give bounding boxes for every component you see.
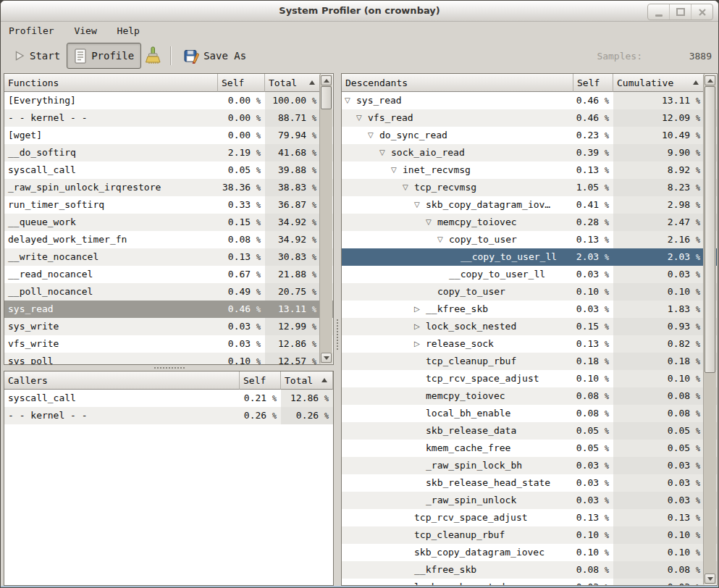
expander-closed-icon[interactable]: ▷ (414, 301, 426, 318)
descendants-row[interactable]: ▽skb_copy_datagram_iov…0.41 %2.98 % (342, 196, 717, 214)
name-cell: ▽inet_recvmsg (342, 161, 573, 179)
expander-open-icon[interactable]: ▽ (414, 196, 426, 214)
functions-column-header[interactable]: Functions (4, 74, 218, 92)
descendants-row[interactable]: lock_sock_nested0.03 %0.03 % (342, 579, 717, 586)
functions-row[interactable]: - - kernel - -0.00 %88.71 % (4, 109, 333, 127)
descendants-row[interactable]: tcp_rcv_space_adjust0.10 %0.10 % (342, 370, 717, 387)
descendants-row[interactable]: tcp_rcv_space_adjust0.13 %0.13 % (342, 509, 717, 526)
descendants-row[interactable]: ▷lock_sock_nested0.15 %0.93 % (342, 318, 717, 335)
function-name: memcpy_toiovec (437, 214, 517, 231)
descendants-row[interactable]: ▷release_sock0.13 %0.82 % (342, 335, 717, 353)
descendants-row[interactable]: kmem_cache_free0.05 %0.05 % (342, 440, 717, 457)
self-column-header[interactable]: Self (218, 74, 265, 92)
total-column-header[interactable]: Total (281, 371, 333, 390)
start-button[interactable]: Start (7, 43, 67, 68)
minimize-button[interactable] (648, 4, 669, 20)
functions-scrollbar[interactable] (319, 75, 332, 364)
expander-open-icon[interactable]: ▽ (379, 144, 391, 161)
descendants-row[interactable]: tcp_cleanup_rbuf0.18 %0.18 % (342, 353, 717, 370)
self-column-header[interactable]: Self (573, 74, 613, 92)
functions-row[interactable]: _raw_spin_unlock_irqrestore38.36 %38.83 … (4, 179, 333, 196)
descendants-row[interactable]: ▽copy_to_user0.13 %2.16 % (342, 231, 717, 248)
name-cell: ▽vfs_read (342, 109, 573, 127)
descendants-row[interactable]: skb_release_data0.05 %0.05 % (342, 422, 717, 440)
expander-open-icon[interactable]: ▽ (403, 179, 414, 196)
descendants-column-header[interactable]: Descendants (342, 74, 573, 92)
titlebar[interactable]: System Profiler (on crownbay) (1, 1, 718, 22)
functions-row[interactable]: run_timer_softirq0.33 %36.87 % (4, 196, 333, 214)
callers-column-header[interactable]: Callers (4, 371, 240, 390)
expander-open-icon[interactable]: ▽ (368, 127, 379, 144)
scroll-down-button[interactable] (321, 353, 332, 363)
scroll-up-button[interactable] (321, 75, 332, 85)
expander-open-icon[interactable]: ▽ (437, 231, 449, 248)
menu-item-profiler[interactable]: Profiler (1, 22, 62, 40)
expander-open-icon[interactable]: ▽ (426, 214, 437, 231)
functions-row[interactable]: __read_nocancel0.67 %21.88 % (4, 266, 333, 283)
descendants-row[interactable]: __copy_to_user_ll2.03 %2.03 % (342, 248, 717, 266)
descendants-scrollbar[interactable] (703, 75, 716, 584)
functions-row[interactable]: [wget]0.00 %79.94 % (4, 127, 333, 144)
callers-row[interactable]: syscall_call0.21 %12.86 % (4, 390, 333, 407)
descendants-row[interactable]: _raw_spin_lock_bh0.03 %0.03 % (342, 457, 717, 474)
menu-item-view[interactable]: View (67, 22, 104, 40)
descendants-row[interactable]: ▽vfs_read0.46 %12.09 % (342, 109, 717, 127)
descendants-row[interactable]: ▽sys_read0.46 %13.11 % (342, 92, 717, 109)
scrollbar-thumb[interactable] (705, 86, 715, 373)
self-column-header[interactable]: Self (240, 371, 281, 390)
functions-row[interactable]: sys_read0.46 %13.11 % (4, 301, 333, 318)
self-cell: 0.10 % (573, 370, 613, 387)
arrow-up-icon (707, 79, 713, 83)
functions-row[interactable]: __write_nocancel0.13 %30.83 % (4, 248, 333, 266)
expander-closed-icon[interactable]: ▷ (414, 335, 426, 353)
function-name: tcp_cleanup_rbuf (414, 526, 505, 544)
window-controls (647, 4, 713, 20)
scrollbar-thumb[interactable] (321, 86, 332, 109)
descendants-row[interactable]: __copy_to_user_ll0.03 %0.03 % (342, 266, 717, 283)
menu-item-help[interactable]: Help (110, 22, 147, 40)
functions-row[interactable]: __queue_work0.15 %34.92 % (4, 214, 333, 231)
functions-row[interactable]: delayed_work_timer_fn0.08 %34.92 % (4, 231, 333, 248)
expander-open-icon[interactable]: ▽ (391, 161, 403, 179)
close-button[interactable] (691, 4, 712, 20)
scroll-up-button[interactable] (705, 75, 715, 85)
descendants-row[interactable]: copy_to_user0.10 %0.10 % (342, 283, 717, 301)
floppy-icon (184, 49, 199, 64)
reset-button[interactable] (141, 43, 164, 68)
descendants-row[interactable]: ▽inet_recvmsg0.13 %8.92 % (342, 161, 717, 179)
descendants-row[interactable]: ▽tcp_recvmsg1.05 %8.23 % (342, 179, 717, 196)
cumulative-column-header[interactable]: Cumulative (613, 74, 705, 92)
expander-open-icon[interactable]: ▽ (345, 92, 356, 109)
descendants-row[interactable]: tcp_cleanup_rbuf0.10 %0.10 % (342, 526, 717, 544)
descendants-row[interactable]: ▷__kfree_skb0.03 %1.83 % (342, 301, 717, 318)
expander-open-icon[interactable]: ▽ (356, 109, 368, 127)
descendants-row[interactable]: local_bh_enable0.08 %0.08 % (342, 405, 717, 422)
functions-row[interactable]: sys_write0.03 %12.99 % (4, 318, 333, 335)
descendants-row[interactable]: __kfree_skb0.08 %0.08 % (342, 561, 717, 579)
self-cell: 0.13 % (573, 335, 613, 353)
function-name: syscall_call (8, 164, 76, 175)
functions-row[interactable]: [Everything]0.00 %100.00 % (4, 92, 333, 109)
descendants-row[interactable]: _raw_spin_unlock0.03 %0.03 % (342, 492, 717, 509)
save-as-button[interactable]: Save As (177, 43, 253, 68)
descendants-row[interactable]: skb_release_head_state0.03 %0.03 % (342, 474, 717, 492)
descendants-row[interactable]: ▽memcpy_toiovec0.28 %2.47 % (342, 214, 717, 231)
functions-row[interactable]: syscall_call0.05 %39.88 % (4, 161, 333, 179)
expander-closed-icon[interactable]: ▷ (414, 318, 426, 335)
vertical-splitter[interactable] (334, 73, 341, 586)
functions-row[interactable]: __poll_nocancel0.49 %20.75 % (4, 283, 333, 301)
functions-row[interactable]: sys_poll0.10 %12.57 % (4, 353, 333, 365)
descendants-row[interactable]: ▽do_sync_read0.23 %10.49 % (342, 127, 717, 144)
descendants-row[interactable]: memcpy_toiovec0.08 %0.08 % (342, 387, 717, 405)
horizontal-splitter[interactable] (4, 365, 334, 371)
callers-row[interactable]: - - kernel - -0.26 %0.26 % (4, 407, 333, 424)
self-cell: 0.10 % (218, 353, 265, 365)
descendants-row[interactable]: skb_copy_datagram_iovec0.10 %0.10 % (342, 544, 717, 561)
scroll-down-button[interactable] (705, 574, 715, 584)
profile-button[interactable]: Profile (67, 43, 141, 69)
functions-row[interactable]: __do_softirq2.19 %41.68 % (4, 144, 333, 161)
maximize-button[interactable] (669, 4, 691, 20)
total-column-header[interactable]: Total (265, 74, 321, 92)
descendants-row[interactable]: ▽sock_aio_read0.39 %9.90 % (342, 144, 717, 161)
functions-row[interactable]: vfs_write0.03 %12.86 % (4, 335, 333, 353)
